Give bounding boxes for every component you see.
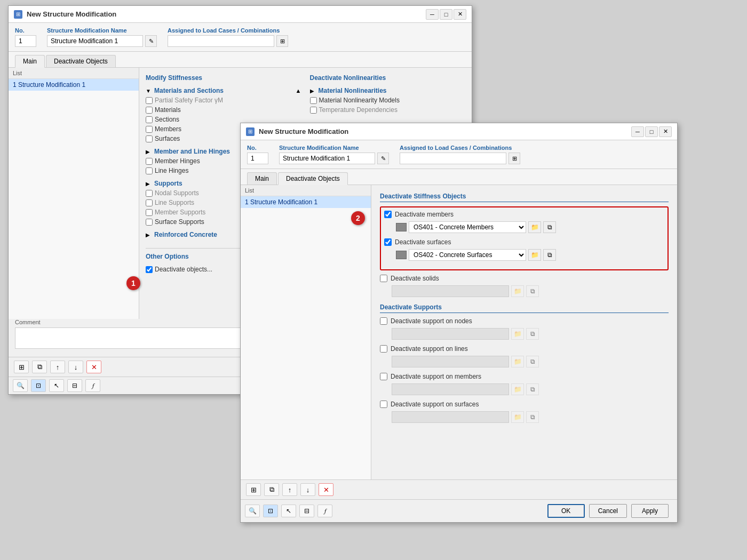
support-members-folder-btn[interactable]: 📁 bbox=[511, 383, 524, 395]
cb-partial-safety[interactable] bbox=[146, 97, 153, 104]
surfaces-color-box bbox=[396, 251, 407, 259]
surfaces-copy-btn[interactable]: ⧉ bbox=[543, 249, 556, 261]
cb-deactivate-members[interactable] bbox=[384, 211, 392, 218]
cb-nodal-supports[interactable] bbox=[146, 190, 153, 197]
label-support-members: Deactivate support on members bbox=[391, 373, 481, 380]
cb-deactivate-objects[interactable] bbox=[146, 266, 153, 273]
label-deactivate-members[interactable]: Deactivate members bbox=[395, 211, 454, 218]
support-members-copy-btn[interactable]: ⧉ bbox=[526, 383, 539, 395]
down-btn-1[interactable]: ↓ bbox=[68, 361, 83, 373]
members-copy-btn[interactable]: ⧉ bbox=[543, 221, 556, 233]
list-item-2[interactable]: 1 Structure Modification 1 bbox=[241, 196, 371, 208]
minimize-btn-2[interactable]: ─ bbox=[631, 126, 644, 137]
list-item-1[interactable]: 1 Structure Modification 1 bbox=[9, 79, 139, 91]
solids-copy-btn[interactable]: ⧉ bbox=[526, 285, 539, 297]
cb-member-hinges[interactable] bbox=[146, 158, 153, 165]
cb-support-members[interactable] bbox=[380, 373, 387, 380]
cb-materials[interactable] bbox=[146, 107, 153, 114]
no-input-2[interactable] bbox=[247, 153, 268, 164]
select-icon-btn-1[interactable]: ⊡ bbox=[31, 379, 46, 392]
surfaces-select[interactable]: OS402 - Concrete Surfaces bbox=[409, 249, 526, 261]
deactivate-members-row: Deactivate members bbox=[384, 211, 664, 218]
support-surfaces-folder-btn[interactable]: 📁 bbox=[511, 411, 524, 423]
cancel-btn[interactable]: Cancel bbox=[589, 504, 627, 518]
tree-nl-models: Material Nonlinearity Models bbox=[310, 95, 466, 105]
tab-main-2[interactable]: Main bbox=[247, 172, 277, 185]
group-icon-btn-1[interactable]: ⊟ bbox=[67, 379, 82, 392]
cursor-icon-btn-1[interactable]: ↖ bbox=[49, 379, 64, 392]
cb-support-lines[interactable] bbox=[380, 345, 387, 353]
cb-support-nodes[interactable] bbox=[380, 317, 387, 325]
ok-btn[interactable]: OK bbox=[547, 504, 585, 518]
close-btn-1[interactable]: ✕ bbox=[454, 9, 466, 20]
apply-btn[interactable]: Apply bbox=[631, 504, 669, 518]
name-edit-btn-1[interactable]: ✎ bbox=[145, 35, 157, 47]
support-lines-control: 📁 ⧉ bbox=[392, 356, 669, 367]
cb-surface-supports[interactable] bbox=[146, 219, 153, 226]
search-icon-btn-2[interactable]: 🔍 bbox=[245, 505, 260, 517]
delete-btn-1[interactable]: ✕ bbox=[86, 361, 101, 373]
arrow-reinforced[interactable]: ▶ bbox=[146, 232, 152, 238]
up-btn-2[interactable]: ↑ bbox=[282, 483, 297, 496]
search-icon-btn-1[interactable]: 🔍 bbox=[13, 379, 28, 392]
assigned-input-1[interactable] bbox=[168, 35, 274, 47]
no-input-1[interactable] bbox=[15, 35, 36, 47]
cursor-icon-btn-2[interactable]: ↖ bbox=[281, 505, 296, 517]
support-surfaces-copy-btn[interactable]: ⧉ bbox=[526, 411, 539, 423]
maximize-btn-2[interactable]: □ bbox=[645, 126, 658, 137]
support-nodes-folder-btn[interactable]: 📁 bbox=[511, 328, 524, 340]
label-deactivate-surfaces[interactable]: Deactivate surfaces bbox=[395, 238, 451, 246]
filter-icon-btn-2[interactable]: 𝑓 bbox=[317, 505, 332, 517]
cb-surfaces[interactable] bbox=[146, 135, 153, 142]
name-edit-btn-2[interactable]: ✎ bbox=[377, 153, 389, 164]
collapse-materials-sections[interactable]: ▲ bbox=[296, 87, 301, 94]
name-input-2[interactable] bbox=[279, 153, 375, 164]
arrow-hinges[interactable]: ▶ bbox=[146, 149, 152, 155]
cb-deactivate-surfaces[interactable] bbox=[384, 238, 392, 246]
copy-btn-1[interactable]: ⧉ bbox=[32, 361, 47, 373]
up-btn-1[interactable]: ↑ bbox=[50, 361, 65, 373]
tab-deactivate-1[interactable]: Deactivate Objects bbox=[46, 55, 116, 67]
minimize-btn-1[interactable]: ─ bbox=[426, 9, 439, 20]
cb-member-supports[interactable] bbox=[146, 209, 153, 216]
assigned-btn-2[interactable]: ⊞ bbox=[508, 153, 520, 164]
members-select[interactable]: OS401 - Concrete Members bbox=[409, 221, 526, 233]
close-btn-2[interactable]: ✕ bbox=[659, 126, 672, 137]
cb-nl-models[interactable] bbox=[310, 97, 317, 104]
down-btn-2[interactable]: ↓ bbox=[300, 483, 315, 496]
group-icon-btn-2[interactable]: ⊟ bbox=[299, 505, 314, 517]
select-icon-btn-2[interactable]: ⊡ bbox=[263, 505, 278, 517]
arrow-materials-sections[interactable]: ▼ bbox=[146, 88, 152, 94]
support-lines-copy-btn[interactable]: ⧉ bbox=[526, 356, 539, 367]
label-deactivate-solids[interactable]: Deactivate solids bbox=[391, 275, 439, 282]
cb-support-surfaces[interactable] bbox=[380, 401, 387, 408]
tab-main-1[interactable]: Main bbox=[15, 55, 45, 68]
filter-icon-btn-1[interactable]: 𝑓 bbox=[85, 379, 100, 392]
assigned-input-2[interactable] bbox=[400, 153, 506, 164]
delete-btn-2[interactable]: ✕ bbox=[319, 483, 333, 496]
cb-members[interactable] bbox=[146, 126, 153, 133]
arrow-material-nonlinearities[interactable]: ▶ bbox=[310, 88, 316, 94]
deactivate-support-nodes-row: Deactivate support on nodes bbox=[380, 317, 669, 325]
add-btn-2[interactable]: ⊞ bbox=[246, 483, 261, 496]
copy-btn-2[interactable]: ⧉ bbox=[264, 483, 279, 496]
deactivate-support-surfaces-row: Deactivate support on surfaces bbox=[380, 401, 669, 408]
add-btn-1[interactable]: ⊞ bbox=[14, 361, 29, 373]
name-input-1[interactable] bbox=[47, 35, 143, 47]
cb-line-supports[interactable] bbox=[146, 199, 153, 206]
support-lines-folder-btn[interactable]: 📁 bbox=[511, 356, 524, 367]
cb-line-hinges[interactable] bbox=[146, 167, 153, 174]
assigned-btn-1[interactable]: ⊞ bbox=[276, 35, 288, 47]
solids-folder-btn[interactable]: 📁 bbox=[511, 285, 524, 297]
cb-temp-dep[interactable] bbox=[310, 107, 317, 114]
cb-sections[interactable] bbox=[146, 116, 153, 123]
support-nodes-copy-btn[interactable]: ⧉ bbox=[526, 328, 539, 340]
arrow-supports[interactable]: ▶ bbox=[146, 181, 152, 187]
solids-control-row: 📁 ⧉ bbox=[392, 285, 669, 297]
tab-deactivate-2[interactable]: Deactivate Objects bbox=[278, 172, 348, 185]
label-support-surfaces: Deactivate support on surfaces bbox=[391, 401, 479, 408]
cb-deactivate-solids[interactable] bbox=[380, 275, 387, 282]
surfaces-folder-btn[interactable]: 📁 bbox=[528, 249, 541, 261]
maximize-btn-1[interactable]: □ bbox=[440, 9, 452, 20]
members-folder-btn[interactable]: 📁 bbox=[528, 221, 541, 233]
